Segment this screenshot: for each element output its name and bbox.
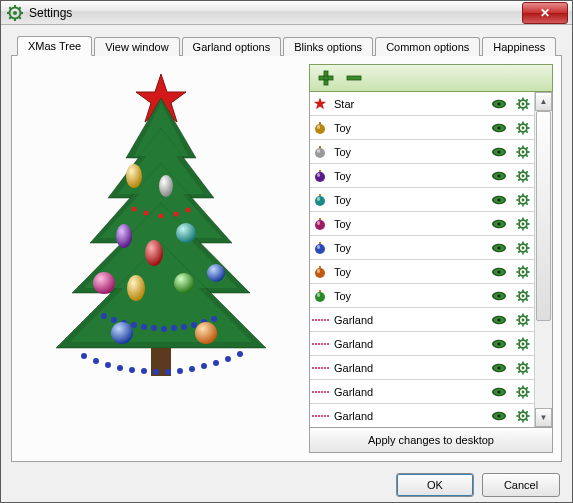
remove-button[interactable] [342, 68, 366, 88]
list-item[interactable]: Garland [310, 356, 534, 380]
scroll-up-button[interactable]: ▲ [535, 92, 552, 111]
svg-line-209 [526, 291, 527, 292]
scrollbar[interactable]: ▲ ▼ [534, 92, 552, 427]
svg-line-271 [518, 411, 519, 412]
list-item[interactable]: Star [310, 92, 534, 116]
svg-point-40 [153, 369, 159, 375]
svg-line-160 [518, 227, 519, 228]
svg-line-234 [518, 347, 519, 348]
list-item[interactable]: Toy [310, 212, 534, 236]
tab-view-window[interactable]: View window [94, 37, 179, 56]
svg-line-129 [526, 171, 527, 172]
svg-line-144 [518, 203, 519, 204]
svg-point-46 [225, 356, 231, 362]
list-item[interactable]: Toy [310, 116, 534, 140]
titlebar[interactable]: Settings ✕ [1, 1, 572, 25]
item-label: Garland [334, 410, 484, 422]
svg-point-197 [317, 293, 320, 297]
tab-xmas-tree[interactable]: XMas Tree [17, 36, 92, 56]
ok-button[interactable]: OK [396, 473, 474, 497]
svg-line-5 [9, 7, 11, 9]
visibility-toggle[interactable] [490, 267, 508, 277]
list-item[interactable]: Toy [310, 164, 534, 188]
item-settings-button[interactable] [514, 409, 532, 423]
decor-panel: StarToyToyToyToyToyToyToyToyGarlandGarla… [309, 64, 553, 453]
svg-rect-179 [319, 266, 321, 268]
visibility-toggle[interactable] [490, 195, 508, 205]
decor-list[interactable]: StarToyToyToyToyToyToyToyToyGarlandGarla… [310, 92, 534, 427]
item-settings-button[interactable] [514, 265, 532, 279]
svg-point-275 [522, 415, 525, 418]
visibility-toggle[interactable] [490, 387, 508, 397]
visibility-toggle[interactable] [490, 315, 508, 325]
list-item[interactable]: Toy [310, 284, 534, 308]
list-item[interactable]: Toy [310, 140, 534, 164]
window-title: Settings [29, 6, 72, 20]
list-item[interactable]: Garland [310, 308, 534, 332]
list-item[interactable]: Garland [310, 380, 534, 404]
svg-line-6 [19, 16, 21, 18]
tab-blinks-options[interactable]: Blinks options [283, 37, 373, 56]
tab-happiness[interactable]: Happiness [482, 37, 556, 56]
svg-line-8 [19, 7, 21, 9]
svg-point-239 [497, 366, 500, 369]
visibility-toggle[interactable] [490, 291, 508, 301]
svg-point-27 [151, 325, 157, 331]
item-settings-button[interactable] [514, 361, 532, 375]
svg-point-98 [522, 127, 525, 130]
list-item[interactable]: Toy [310, 236, 534, 260]
svg-point-130 [522, 175, 525, 178]
svg-rect-65 [319, 76, 333, 80]
visibility-toggle[interactable] [490, 99, 508, 109]
svg-point-200 [497, 294, 500, 297]
item-label: Garland [334, 362, 484, 374]
svg-rect-131 [319, 194, 321, 196]
list-item[interactable]: Garland [310, 332, 534, 356]
scroll-thumb[interactable] [536, 111, 551, 321]
add-button[interactable] [314, 68, 338, 88]
svg-line-192 [518, 275, 519, 276]
item-settings-button[interactable] [514, 97, 532, 111]
svg-line-79 [526, 107, 527, 108]
close-button[interactable]: ✕ [522, 2, 568, 24]
apply-button[interactable]: Apply changes to desktop [309, 428, 553, 453]
item-label: Toy [334, 146, 484, 158]
item-settings-button[interactable] [514, 241, 532, 255]
visibility-toggle[interactable] [490, 243, 508, 253]
item-settings-button[interactable] [514, 145, 532, 159]
visibility-toggle[interactable] [490, 123, 508, 133]
item-settings-button[interactable] [514, 169, 532, 183]
cancel-button[interactable]: Cancel [482, 473, 560, 497]
svg-point-62 [111, 322, 133, 344]
svg-point-58 [93, 272, 115, 294]
item-settings-button[interactable] [514, 289, 532, 303]
visibility-toggle[interactable] [490, 411, 508, 421]
item-settings-button[interactable] [514, 337, 532, 351]
list-item[interactable]: Garland [310, 404, 534, 427]
item-settings-button[interactable] [514, 217, 532, 231]
visibility-toggle[interactable] [490, 363, 508, 373]
visibility-toggle[interactable] [490, 219, 508, 229]
tab-garland-options[interactable]: Garland options [182, 37, 282, 56]
item-label: Toy [334, 290, 484, 302]
svg-rect-115 [319, 170, 321, 172]
list-item[interactable]: Toy [310, 260, 534, 284]
svg-line-248 [526, 363, 527, 364]
visibility-toggle[interactable] [490, 147, 508, 157]
visibility-toggle[interactable] [490, 339, 508, 349]
list-item[interactable]: Toy [310, 188, 534, 212]
scroll-down-button[interactable]: ▼ [535, 408, 552, 427]
svg-point-136 [497, 198, 500, 201]
item-settings-button[interactable] [514, 193, 532, 207]
svg-point-52 [131, 207, 136, 212]
svg-point-34 [81, 353, 87, 359]
svg-line-177 [526, 243, 527, 244]
svg-point-146 [522, 199, 525, 202]
visibility-toggle[interactable] [490, 171, 508, 181]
item-settings-button[interactable] [514, 313, 532, 327]
tab-common-options[interactable]: Common options [375, 37, 480, 56]
scroll-track[interactable] [535, 111, 552, 408]
item-settings-button[interactable] [514, 385, 532, 399]
svg-point-152 [497, 222, 500, 225]
item-settings-button[interactable] [514, 121, 532, 135]
